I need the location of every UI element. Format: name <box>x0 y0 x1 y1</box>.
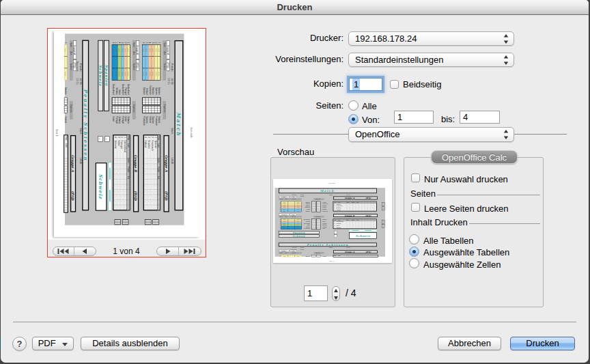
svg-text:1: 1 <box>124 137 126 138</box>
svg-text:Feld 4: Feld 4 <box>118 72 120 76</box>
svg-text:3: 3 <box>152 42 154 43</box>
svg-text:15:30: 15:30 <box>112 48 114 53</box>
svg-text:11:30: 11:30 <box>283 219 286 220</box>
svg-text:Feld 3: Feld 3 <box>122 72 124 76</box>
svg-text:Spiel: Spiel <box>280 252 283 253</box>
svg-text:Deutschland: Deutschland <box>112 84 115 95</box>
svg-text:Schweiz: Schweiz <box>115 87 118 95</box>
svg-text:Ergebnis: Ergebnis <box>315 216 320 217</box>
svg-text:1: 1 <box>334 204 335 205</box>
svg-text:Deutschland: Deutschland <box>336 221 343 222</box>
pdf-button[interactable]: PDF <box>32 337 74 350</box>
pages-from-radio[interactable] <box>348 114 359 124</box>
svg-text:Zeit: Zeit <box>285 252 287 253</box>
svg-text:Spanien: Spanien <box>154 140 157 148</box>
popup-arrows-icon <box>503 55 509 68</box>
svg-text:Spielort: Spielort <box>132 63 135 70</box>
pages-label: Seiten: <box>208 98 343 113</box>
svg-text:Ergebnis: Ergebnis <box>163 104 166 112</box>
vorschau-box: VorrundeMatchRunde:10:30Spielzeit:12:15S… <box>270 157 395 307</box>
svg-text:11:30: 11:30 <box>124 48 126 52</box>
svg-text:-: - <box>124 165 126 166</box>
svg-text:(B/Q): (B/Q) <box>292 214 295 215</box>
svg-text:Feld 2: Feld 2 <box>143 72 145 76</box>
svg-text:Spanien: Spanien <box>293 232 305 234</box>
last-page-button[interactable] <box>178 247 200 255</box>
pages-heading: Seiten <box>410 188 436 199</box>
pages-all-radio[interactable] <box>348 100 359 111</box>
svg-text:6: 6 <box>142 42 145 43</box>
svg-text:-: - <box>114 206 116 207</box>
svg-text:Feld 4: Feld 4 <box>297 225 300 225</box>
svg-text:Holland: Holland <box>144 140 147 148</box>
svg-text:-: - <box>151 196 153 197</box>
help-button[interactable]: ? <box>12 337 27 351</box>
svg-text:+: + <box>105 138 109 140</box>
svg-text:Feld 3: Feld 3 <box>127 72 129 76</box>
svg-text:-: - <box>144 176 146 176</box>
selected-cells-radio[interactable] <box>409 258 419 268</box>
svg-text:Ergebnis: Ergebnis <box>132 104 135 112</box>
next-page-button[interactable] <box>157 247 178 255</box>
svg-text:12:15: 12:15 <box>300 195 305 197</box>
svg-text:1: 1 <box>280 219 281 220</box>
cancel-button[interactable]: Abbrechen <box>438 337 501 350</box>
svg-text:-: - <box>120 170 122 171</box>
svg-text:Runde:: Runde: <box>292 247 298 248</box>
svg-text:Tore: Tore <box>127 176 130 180</box>
selected-tables-radio[interactable] <box>409 247 419 257</box>
print-dialog-window: Drucken VorrundeMatchRunde:10:30Spielzei… <box>1 0 589 363</box>
svg-text:Frankreich: Frankreich <box>336 205 342 206</box>
svg-text:2: 2 <box>334 205 335 206</box>
svg-text:12:15: 12:15 <box>76 78 79 85</box>
vorschau-page-value: 1 <box>307 288 312 298</box>
svg-text:11:30: 11:30 <box>283 204 286 204</box>
svg-text:Feld 1: Feld 1 <box>64 72 66 76</box>
svg-text:Zeit: Zeit <box>163 51 166 55</box>
svg-text:-: - <box>117 201 120 202</box>
pdf-menu-arrow-icon <box>62 343 68 346</box>
pages-from-input[interactable]: 1 <box>394 111 434 124</box>
presets-label: Voreinstellungen: <box>208 52 343 66</box>
svg-text:4: 4 <box>148 42 151 43</box>
svg-text:-: - <box>124 191 126 192</box>
svg-text:Spielort: Spielort <box>292 216 296 217</box>
selection-only-checkbox[interactable] <box>411 173 420 182</box>
svg-text:Zeit: Zeit <box>285 198 287 199</box>
svg-text:Feld 2: Feld 2 <box>297 211 300 212</box>
all-tables-radio[interactable] <box>409 234 419 244</box>
pages-to-input[interactable]: 4 <box>460 111 500 124</box>
svg-text:-: - <box>151 206 153 207</box>
svg-text:Gruppe A: Gruppe A <box>167 44 169 55</box>
app-popup[interactable]: OpenOffice <box>348 127 514 142</box>
svg-text:5: 5 <box>280 208 281 210</box>
svg-text:Feld 2: Feld 2 <box>297 204 300 204</box>
svg-text:Schweiz: Schweiz <box>322 219 326 220</box>
first-page-button[interactable] <box>53 247 74 255</box>
duplex-checkbox[interactable] <box>390 80 399 89</box>
svg-text:Punkte: Punkte <box>127 167 130 173</box>
svg-text:-: - <box>154 170 156 171</box>
details-button[interactable]: Details ausblenden <box>81 337 180 350</box>
svg-text:14:30: 14:30 <box>79 157 83 164</box>
printer-popup[interactable]: 192.168.178.24 <box>348 31 514 46</box>
svg-text:-: - <box>151 191 153 192</box>
vorschau-page-stepper[interactable] <box>332 286 340 301</box>
svg-text:Gruppe A: Gruppe A <box>165 154 168 171</box>
selected-cells-label: Ausgewählte Zellen <box>423 260 501 270</box>
svg-text:-: - <box>114 165 116 166</box>
vorschau-page-input[interactable]: 1 <box>304 285 328 301</box>
all-tables-label: Alle Tabellen <box>423 236 473 246</box>
svg-text:-: - <box>120 165 122 166</box>
svg-text:Gruppe B: Gruppe B <box>136 44 139 55</box>
svg-text:13:30: 13:30 <box>283 225 286 225</box>
svg-text:-: - <box>124 170 126 171</box>
print-button[interactable]: Drucken <box>510 337 575 350</box>
svg-text:Deutschland: Deutschland <box>124 140 126 152</box>
svg-text:-: - <box>120 196 122 197</box>
print-preview-area[interactable]: VorrundeMatchRunde:10:30Spielzeit:12:15S… <box>47 28 206 257</box>
copies-input[interactable]: 1 <box>349 78 382 92</box>
svg-text:-: - <box>151 186 153 186</box>
presets-popup[interactable]: Standardeinstellungen <box>348 53 514 67</box>
blank-pages-checkbox[interactable] <box>411 203 420 212</box>
